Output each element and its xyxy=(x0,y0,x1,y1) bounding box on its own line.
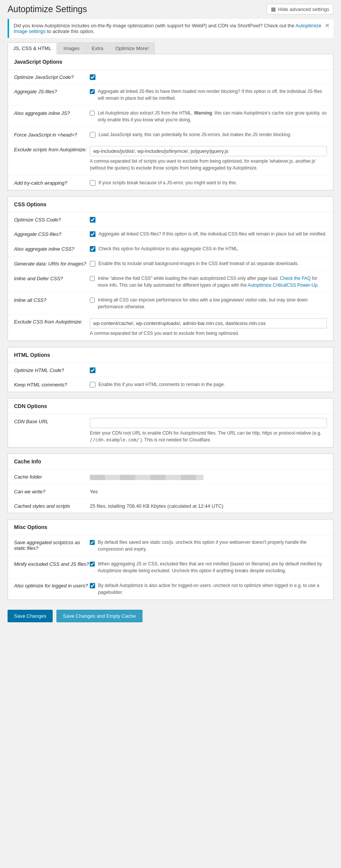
misc-section-body: Save aggregated script/css as static fil… xyxy=(8,535,333,600)
optimize-logged-in-desc: By default Autoptimize is also active fo… xyxy=(98,582,327,596)
cache-section-title: Cache Info xyxy=(8,454,333,469)
cache-section-body: Cache folder Can we write? Yes Cached st… xyxy=(8,469,333,513)
html-options-section: HTML Options Optimize HTML Code? Keep HT… xyxy=(8,347,333,392)
cdn-base-url-input[interactable] xyxy=(90,418,327,428)
force-js-head-desc: Load JavaScript early, this can potentia… xyxy=(99,131,291,138)
js-section-title: JavaScript Options xyxy=(8,54,333,70)
data-uris-row: Generate data: URIs for images? Enable t… xyxy=(8,256,333,271)
tab-extra[interactable]: Extra xyxy=(86,42,109,54)
exclude-css-input[interactable] xyxy=(90,318,327,328)
save-static-desc: By default files saved are static css/js… xyxy=(98,539,327,553)
exclude-css-label: Exclude CSS from Autoptimize: xyxy=(14,318,90,325)
keep-comments-checkbox[interactable] xyxy=(90,382,95,388)
force-js-head-row: Force JavaScript in <head>? Load JavaScr… xyxy=(8,127,333,142)
force-js-head-label: Force JavaScript in <head>? xyxy=(14,131,90,138)
save-changes-button[interactable]: Save Changes xyxy=(8,610,53,622)
exclude-css-row: Exclude CSS from Autoptimize: A comma-se… xyxy=(8,314,333,341)
data-uris-checkbox[interactable] xyxy=(90,261,95,267)
aggregate-css-checkbox[interactable] xyxy=(90,231,95,237)
cache-bar xyxy=(90,475,203,480)
inline-defer-css-checkbox[interactable] xyxy=(90,276,95,281)
cdn-base-url-desc: Enter your CDN root URL to enable CDN fo… xyxy=(90,430,327,443)
try-catch-desc: If your scripts break because of a JS-er… xyxy=(99,179,237,186)
can-write-value: Yes xyxy=(90,488,327,494)
misc-options-section: Misc Options Save aggregated script/css … xyxy=(8,519,333,600)
exclude-scripts-label: Exclude scripts from Autoptimize: xyxy=(14,146,90,152)
exclude-scripts-input[interactable] xyxy=(90,146,327,156)
tab-optimize-more[interactable]: Optimize More! xyxy=(109,42,154,54)
exclude-scripts-control: A comma-separated list of scripts you wa… xyxy=(90,146,327,171)
inline-css-label: Also aggregate inline CSS? xyxy=(14,245,90,252)
aggregate-css-label: Aggregate CSS-files? xyxy=(14,231,90,237)
js-options-section: JavaScript Options Optimize JavaScript C… xyxy=(8,54,333,190)
save-static-control: By default files saved are static css/js… xyxy=(90,539,327,553)
aggregate-js-checkbox[interactable] xyxy=(90,89,95,94)
hide-advanced-button[interactable]: ▦ Hide advanced settings xyxy=(267,4,333,14)
inline-css-checkbox[interactable] xyxy=(90,246,95,252)
cache-folder-label: Cache folder xyxy=(14,473,90,480)
can-write-row: Can we write? Yes xyxy=(8,484,333,499)
save-changes-empty-cache-button[interactable]: Save Changes and Empty Cache xyxy=(56,610,142,622)
css-options-section: CSS Options Optimize CSS Code? Aggregate… xyxy=(8,196,333,341)
try-catch-checkbox[interactable] xyxy=(90,180,95,186)
minify-excluded-desc: When aggregating JS or CSS, excluded fil… xyxy=(98,560,327,574)
css-section-title: CSS Options xyxy=(8,197,333,212)
cdn-base-url-control: Enter your CDN root URL to enable CDN fo… xyxy=(90,418,327,443)
cdn-base-url-label: CDN Base URL xyxy=(14,418,90,424)
minify-excluded-checkbox[interactable] xyxy=(90,561,95,567)
optimize-css-row: Optimize CSS Code? xyxy=(8,212,333,227)
aggregate-js-row: Aggregate JS-files? Aggregate all linked… xyxy=(8,84,333,106)
info-banner: Did you know Autoptimize includes on-the… xyxy=(8,19,333,38)
optimize-css-checkbox[interactable] xyxy=(90,217,95,223)
exclude-css-control: A comma-separated list of CSS you want t… xyxy=(90,318,327,337)
save-static-checkbox[interactable] xyxy=(90,540,95,545)
page-header: Autoptimize Settings ▦ Hide advanced set… xyxy=(8,4,333,14)
optimize-html-control xyxy=(90,367,327,373)
keep-comments-label: Keep HTML comments? xyxy=(14,381,90,388)
css-section-body: Optimize CSS Code? Aggregate CSS-files? … xyxy=(8,212,333,341)
try-catch-label: Add try-catch wrapping? xyxy=(14,179,90,186)
data-uris-label: Generate data: URIs for images? xyxy=(14,260,90,267)
tab-js-css-html[interactable]: JS, CSS & HTML xyxy=(8,42,57,54)
inline-js-desc: Let Autoptimize also extract JS from the… xyxy=(98,110,327,123)
optimize-js-label: Optimize JavaScript Code? xyxy=(14,74,90,80)
info-banner-close-button[interactable]: ✕ xyxy=(325,22,330,29)
cached-styles-row: Cached styles and scripts 25 files, tota… xyxy=(8,499,333,513)
optimize-js-checkbox[interactable] xyxy=(90,74,95,80)
grid-icon: ▦ xyxy=(271,6,276,12)
force-js-head-checkbox[interactable] xyxy=(90,132,95,138)
cdn-section-title: CDN Options xyxy=(8,399,333,414)
aggregate-js-label: Aggregate JS-files? xyxy=(14,88,90,94)
inline-all-css-control: Inlining all CSS can improve performance… xyxy=(90,297,327,310)
aggregate-css-control: Aggregate all linked CSS-files? If this … xyxy=(90,231,327,237)
can-write-label: Can we write? xyxy=(14,488,90,494)
js-section-body: Optimize JavaScript Code? Aggregate JS-f… xyxy=(8,70,333,190)
save-static-label: Save aggregated script/css as static fil… xyxy=(14,539,90,551)
check-faq-link[interactable]: Check the FAQ xyxy=(280,276,311,281)
inline-js-label: Also aggregate inline JS? xyxy=(14,110,90,116)
optimize-logged-in-checkbox[interactable] xyxy=(90,583,95,589)
tab-images[interactable]: Images xyxy=(58,42,85,54)
force-js-head-control: Load JavaScript early, this can potentia… xyxy=(90,131,327,138)
cdn-base-url-row: CDN Base URL Enter your CDN root URL to … xyxy=(8,414,333,447)
optimize-js-control xyxy=(90,74,327,80)
inline-css-control: Check this option for Autoptimize to als… xyxy=(90,245,327,252)
keep-comments-row: Keep HTML comments? Enable this if you w… xyxy=(8,377,333,392)
try-catch-control: If your scripts break because of a JS-er… xyxy=(90,179,327,186)
criticalcss-link[interactable]: Autoptimize CriticalCSS Power-Up xyxy=(248,283,318,288)
exclude-scripts-row: Exclude scripts from Autoptimize: A comm… xyxy=(8,142,333,176)
aggregate-css-desc: Aggregate all linked CSS-files? If this … xyxy=(99,231,326,237)
inline-defer-css-desc: Inline "above the fold CSS" while loadin… xyxy=(98,275,327,289)
cache-info-section: Cache Info Cache folder Can we write? Ye… xyxy=(8,454,333,513)
inline-css-row: Also aggregate inline CSS? Check this op… xyxy=(8,242,333,256)
inline-all-css-checkbox[interactable] xyxy=(90,297,95,303)
optimize-html-row: Optimize HTML Code? xyxy=(8,363,333,377)
optimize-html-checkbox[interactable] xyxy=(90,367,95,373)
inline-defer-css-control: Inline "above the fold CSS" while loadin… xyxy=(90,275,327,289)
optimize-logged-in-row: Also optimize for logged in users? By de… xyxy=(8,578,333,600)
optimize-js-row: Optimize JavaScript Code? xyxy=(8,70,333,84)
minify-excluded-control: When aggregating JS or CSS, excluded fil… xyxy=(90,560,327,574)
can-write-control: Yes xyxy=(90,488,327,494)
keep-comments-control: Enable this if you want HTML comments to… xyxy=(90,381,327,388)
inline-js-checkbox[interactable] xyxy=(90,110,95,116)
